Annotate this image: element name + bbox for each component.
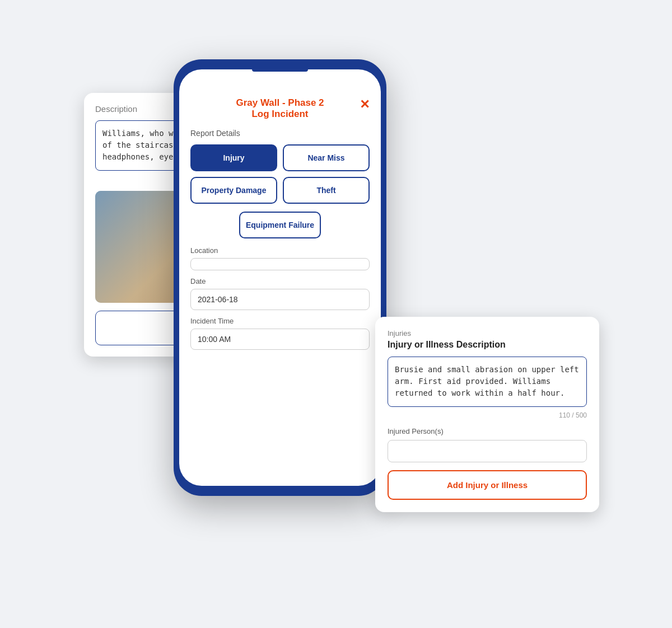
type-near-miss-btn[interactable]: Near Miss (283, 144, 370, 171)
close-button[interactable]: ✕ (360, 97, 370, 112)
report-details-label: Report Details (190, 129, 370, 138)
illness-description-textarea[interactable]: Brusie and small abrasion on upper left … (388, 357, 587, 407)
phone-screen: Gray Wall - Phase 2 Log Incident ✕ Repor… (179, 69, 381, 486)
injury-illness-title: Injury or Illness Description (388, 340, 587, 350)
project-name: Gray Wall - Phase 2 (190, 97, 370, 109)
phone-content: Gray Wall - Phase 2 Log Incident ✕ Repor… (179, 69, 381, 486)
location-label: Location (190, 246, 370, 255)
incident-type-grid: Injury Near Miss Property Damage Theft (190, 144, 370, 204)
injuries-card: Injuries Injury or Illness Description B… (375, 317, 599, 512)
phone-frame: Gray Wall - Phase 2 Log Incident ✕ Repor… (174, 59, 386, 496)
illness-char-count: 110 / 500 (388, 411, 587, 419)
add-injury-button[interactable]: Add Injury or Illness (388, 470, 587, 500)
type-equipment-failure-btn[interactable]: Equipment Failure (239, 212, 321, 238)
type-theft-btn[interactable]: Theft (283, 177, 370, 204)
equipment-failure-row: Equipment Failure (190, 212, 370, 238)
location-value (190, 258, 370, 270)
phone-header: Gray Wall - Phase 2 Log Incident ✕ (190, 97, 370, 120)
phone-notch (252, 67, 308, 72)
injuries-section-header: Injuries (388, 329, 587, 338)
incident-time-value: 10:00 AM (190, 329, 370, 350)
type-property-damage-btn[interactable]: Property Damage (190, 177, 277, 204)
incident-time-label: Incident Time (190, 317, 370, 325)
injured-persons-label: Injured Person(s) (388, 427, 587, 435)
scene: Description Williams, who was nailing dr… (84, 48, 588, 580)
date-value: 2021-06-18 (190, 289, 370, 310)
date-label: Date (190, 277, 370, 285)
screen-title: Log Incident (190, 109, 370, 120)
type-injury-btn[interactable]: Injury (190, 144, 277, 171)
injured-persons-box (388, 440, 587, 462)
